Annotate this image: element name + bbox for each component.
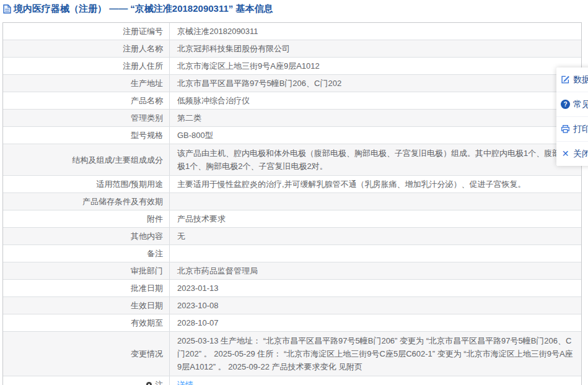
table-row: 注册人名称 北京冠邦科技集团股份有限公司 — [3, 40, 581, 57]
row-value: 无 — [170, 228, 581, 244]
row-value: 该产品由主机、腔内电极和体外电极（腹部电极、胸部电极、子宫复旧电极）组成。其中腔… — [170, 144, 581, 175]
table-row: 产品名称 低频脉冲综合治疗仪 — [3, 92, 581, 109]
device-info-table: 注册证编号 京械注准20182090311 注册人名称 北京冠邦科技集团股份有限… — [2, 22, 582, 385]
table-row: 注册证编号 京械注准20182090311 — [3, 23, 581, 40]
table-row: 注册人住所 北京市海淀区上地三街9号A座9层A1012 — [3, 57, 581, 74]
row-value: 北京市昌平区昌平路97号5幢B门206、C门202 — [170, 75, 581, 92]
row-label: 审批部门 — [3, 262, 170, 279]
floating-action-panel: 数据 ? 常见 打印 ✕ 关闭 — [556, 67, 588, 166]
note-pin-icon — [146, 382, 152, 385]
panel-item-data[interactable]: 数据 — [556, 67, 588, 92]
table-row: 产品储存条件及有效期 — [3, 192, 581, 210]
row-label: 变更情况 — [3, 332, 170, 376]
row-label: 其他内容 — [3, 228, 170, 244]
page-header: 境内医疗器械（注册） —— “京械注准20182090311” 基本信息 — [3, 3, 273, 15]
row-value: 低频脉冲综合治疗仪 — [170, 92, 581, 109]
row-label: 生效日期 — [3, 297, 170, 314]
table-row: 型号规格 GB-800型 — [3, 126, 581, 144]
document-icon — [3, 4, 11, 14]
row-value — [170, 245, 581, 262]
row-label: 有效期至 — [3, 314, 170, 331]
table-row: 生产地址 北京市昌平区昌平路97号5幢B门206、C门202 — [3, 74, 581, 92]
note-label: 注 — [155, 379, 163, 385]
row-label: 附件 — [3, 210, 170, 227]
row-value: 2025-03-13 生产地址： “北京市昌平区昌平路97号5幢B门206” 变… — [170, 332, 581, 376]
row-value: 2023-10-08 — [170, 297, 581, 314]
row-label: 生产地址 — [3, 75, 170, 92]
row-label: 批准日期 — [3, 280, 170, 296]
table-row: 其他内容 无 — [3, 227, 581, 244]
row-label: 适用范围/预期用途 — [3, 176, 170, 192]
table-row: 管理类别 第二类 — [3, 109, 581, 126]
row-value: 详情 — [170, 376, 581, 385]
panel-item-print[interactable]: 打印 — [556, 116, 588, 141]
panel-item-label: 数据 — [573, 74, 588, 85]
row-value: 2023-01-13 — [170, 280, 581, 296]
row-label: 产品储存条件及有效期 — [3, 193, 170, 210]
close-icon: ✕ — [561, 149, 570, 158]
panel-item-label: 常见 — [573, 99, 588, 110]
row-value: GB-800型 — [170, 127, 581, 144]
row-value: 2028-10-07 — [170, 314, 581, 331]
row-label: 型号规格 — [3, 127, 170, 144]
table-row: 批准日期 2023-01-13 — [3, 279, 581, 296]
table-row: 结构及组成/主要组成成分 该产品由主机、腔内电极和体外电极（腹部电极、胸部电极、… — [3, 144, 581, 175]
help-icon: ? — [561, 100, 570, 109]
row-label: 结构及组成/主要组成成分 — [3, 144, 170, 175]
table-row-note: 注 详情 — [3, 376, 581, 385]
row-label: 备注 — [3, 245, 170, 262]
row-value: 北京冠邦科技集团股份有限公司 — [170, 40, 581, 57]
panel-item-label: 关闭 — [573, 149, 588, 160]
row-value: 北京市药品监督管理局 — [170, 262, 581, 279]
table-row: 生效日期 2023-10-08 — [3, 296, 581, 314]
table-row: 审批部门 北京市药品监督管理局 — [3, 262, 581, 279]
row-value: 第二类 — [170, 110, 581, 126]
table-row: 备注 — [3, 244, 581, 262]
table-row-change-history: 变更情况 2025-03-13 生产地址： “北京市昌平区昌平路97号5幢B门2… — [3, 331, 581, 376]
panel-item-label: 打印 — [573, 124, 588, 135]
row-label: 注册人名称 — [3, 40, 170, 57]
table-row: 适用范围/预期用途 主要适用于慢性盆腔炎的治疗,并可缓解乳腺管不通（乳房胀痛、增… — [3, 175, 581, 192]
page-title: 境内医疗器械（注册） —— “京械注准20182090311” 基本信息 — [14, 3, 273, 15]
row-value: 主要适用于慢性盆腔炎的治疗,并可缓解乳腺管不通（乳房胀痛、增加乳汁分泌）、促进子… — [170, 176, 581, 192]
panel-item-close[interactable]: ✕ 关闭 — [556, 141, 588, 166]
table-row: 有效期至 2028-10-07 — [3, 314, 581, 331]
row-label: 产品名称 — [3, 92, 170, 109]
details-link[interactable]: 详情 — [177, 379, 193, 385]
row-value: 京械注准20182090311 — [170, 23, 581, 40]
row-label: 注册人住所 — [3, 58, 170, 74]
row-label: 注 — [3, 376, 170, 385]
row-label: 管理类别 — [3, 110, 170, 126]
panel-item-faq[interactable]: ? 常见 — [556, 92, 588, 116]
print-icon — [561, 124, 570, 134]
row-label: 注册证编号 — [3, 23, 170, 40]
row-value: 北京市海淀区上地三街9号A座9层A1012 — [170, 58, 581, 74]
row-value — [170, 193, 581, 210]
edit-icon — [561, 75, 570, 84]
row-value: 产品技术要求 — [170, 210, 581, 227]
table-row: 附件 产品技术要求 — [3, 210, 581, 227]
